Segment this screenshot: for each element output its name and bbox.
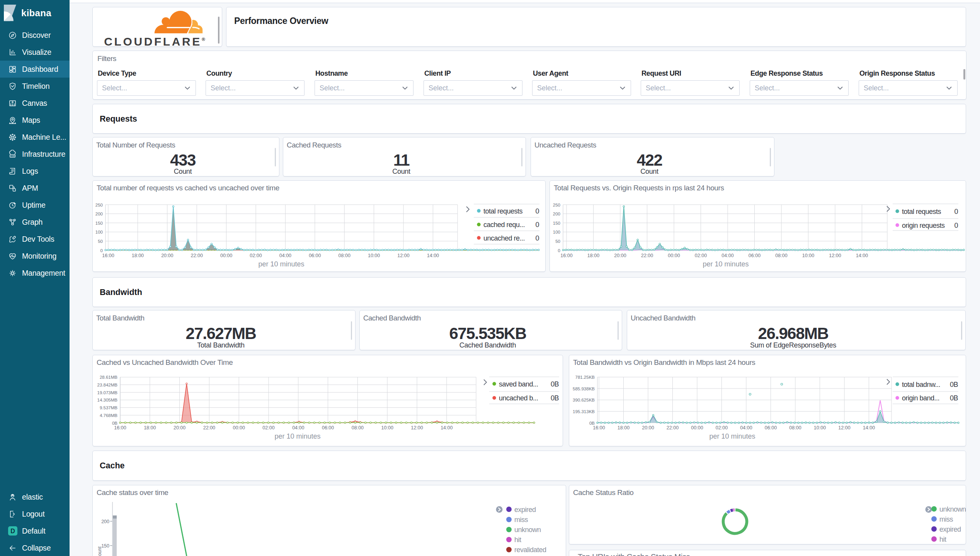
svg-text:unknown: unknown bbox=[939, 505, 966, 513]
svg-text:0: 0 bbox=[558, 248, 560, 253]
svg-text:06:00: 06:00 bbox=[309, 253, 321, 258]
svg-text:expired: expired bbox=[939, 525, 961, 533]
svg-text:20:00: 20:00 bbox=[642, 425, 654, 431]
svg-text:9.537MB: 9.537MB bbox=[100, 405, 117, 410]
svg-text:20:00: 20:00 bbox=[161, 253, 173, 258]
svg-text:150: 150 bbox=[101, 543, 109, 549]
svg-text:0B: 0B bbox=[950, 381, 958, 388]
svg-text:saved band...: saved band... bbox=[499, 380, 538, 388]
svg-text:200: 200 bbox=[95, 212, 103, 216]
svg-text:22:00: 22:00 bbox=[191, 253, 203, 258]
svg-text:18:00: 18:00 bbox=[144, 425, 156, 431]
svg-text:per 10 minutes: per 10 minutes bbox=[709, 432, 755, 440]
svg-text:0B: 0B bbox=[950, 394, 958, 402]
svg-text:total requests: total requests bbox=[483, 207, 523, 215]
svg-text:0: 0 bbox=[535, 234, 539, 242]
svg-text:per 10 minutes: per 10 minutes bbox=[274, 432, 320, 440]
svg-text:10:00: 10:00 bbox=[814, 425, 826, 431]
svg-text:12:00: 12:00 bbox=[829, 253, 841, 258]
svg-text:Count: Count bbox=[97, 546, 102, 556]
svg-text:12:00: 12:00 bbox=[397, 253, 409, 258]
svg-text:20:00: 20:00 bbox=[174, 425, 185, 431]
svg-text:12:00: 12:00 bbox=[411, 425, 423, 431]
svg-text:390.625KB: 390.625KB bbox=[573, 398, 595, 402]
svg-text:origin requests: origin requests bbox=[902, 222, 945, 229]
svg-text:per 10 minutes: per 10 minutes bbox=[703, 260, 749, 268]
svg-text:miss: miss bbox=[514, 516, 528, 524]
svg-text:08:00: 08:00 bbox=[775, 253, 787, 258]
svg-text:uncached re...: uncached re... bbox=[483, 234, 525, 242]
svg-text:12:00: 12:00 bbox=[838, 425, 850, 431]
svg-text:14.305MB: 14.305MB bbox=[97, 398, 118, 402]
svg-text:22:00: 22:00 bbox=[667, 425, 679, 431]
svg-text:origin band...: origin band... bbox=[902, 394, 939, 402]
svg-text:250: 250 bbox=[95, 203, 103, 207]
svg-text:02:00: 02:00 bbox=[716, 425, 728, 431]
svg-text:total requests: total requests bbox=[902, 208, 941, 215]
svg-text:0: 0 bbox=[954, 208, 958, 215]
svg-text:22:00: 22:00 bbox=[641, 253, 653, 258]
svg-text:cached requ...: cached requ... bbox=[483, 221, 525, 229]
svg-text:miss: miss bbox=[939, 515, 953, 523]
svg-text:0B: 0B bbox=[551, 394, 559, 402]
svg-text:hit: hit bbox=[939, 536, 946, 543]
svg-text:150: 150 bbox=[95, 221, 103, 225]
svg-text:04:00: 04:00 bbox=[740, 425, 752, 431]
svg-text:per 10 minutes: per 10 minutes bbox=[258, 260, 304, 268]
svg-text:16:00: 16:00 bbox=[114, 425, 126, 431]
svg-text:250: 250 bbox=[553, 203, 560, 207]
svg-text:hit: hit bbox=[514, 536, 521, 544]
svg-text:00:00: 00:00 bbox=[220, 253, 232, 258]
svg-text:14:00: 14:00 bbox=[856, 253, 868, 258]
svg-text:10:00: 10:00 bbox=[368, 253, 380, 258]
svg-text:16:00: 16:00 bbox=[593, 425, 605, 431]
svg-text:14:00: 14:00 bbox=[427, 253, 439, 258]
svg-text:14:00: 14:00 bbox=[863, 425, 875, 431]
svg-text:16:00: 16:00 bbox=[560, 253, 572, 258]
svg-text:200: 200 bbox=[101, 519, 109, 524]
svg-text:0: 0 bbox=[100, 248, 103, 253]
svg-text:0: 0 bbox=[954, 222, 958, 229]
svg-text:02:00: 02:00 bbox=[262, 425, 274, 431]
svg-text:28.61MB: 28.61MB bbox=[100, 375, 117, 380]
svg-text:18:00: 18:00 bbox=[587, 253, 599, 258]
svg-text:14:00: 14:00 bbox=[441, 425, 453, 431]
svg-text:0: 0 bbox=[535, 207, 539, 215]
svg-text:100: 100 bbox=[95, 230, 103, 234]
svg-text:04:00: 04:00 bbox=[279, 253, 291, 258]
svg-text:195.313KB: 195.313KB bbox=[573, 409, 595, 414]
svg-text:08:00: 08:00 bbox=[339, 253, 350, 258]
svg-text:16:00: 16:00 bbox=[102, 253, 114, 258]
svg-text:23.842MB: 23.842MB bbox=[97, 383, 118, 387]
svg-text:uncached b...: uncached b... bbox=[499, 394, 538, 402]
svg-text:19.073MB: 19.073MB bbox=[97, 390, 118, 395]
svg-text:0B: 0B bbox=[551, 380, 559, 388]
svg-text:00:00: 00:00 bbox=[668, 253, 680, 258]
svg-text:06:00: 06:00 bbox=[765, 425, 777, 431]
svg-text:18:00: 18:00 bbox=[618, 425, 630, 431]
svg-text:00:00: 00:00 bbox=[233, 425, 245, 431]
svg-text:10:00: 10:00 bbox=[802, 253, 814, 258]
svg-text:0B: 0B bbox=[589, 421, 595, 425]
svg-text:18:00: 18:00 bbox=[132, 253, 144, 258]
svg-text:02:00: 02:00 bbox=[695, 253, 707, 258]
svg-text:04:00: 04:00 bbox=[721, 253, 733, 258]
svg-text:100: 100 bbox=[553, 230, 560, 234]
svg-text:D: D bbox=[10, 528, 15, 534]
svg-text:50: 50 bbox=[98, 239, 103, 244]
svg-text:50: 50 bbox=[555, 239, 560, 244]
svg-text:08:00: 08:00 bbox=[352, 425, 364, 431]
svg-text:20:00: 20:00 bbox=[614, 253, 626, 258]
svg-text:781.25KB: 781.25KB bbox=[575, 375, 595, 380]
svg-text:585.938KB: 585.938KB bbox=[573, 386, 595, 391]
svg-text:4.768MB: 4.768MB bbox=[100, 413, 117, 418]
svg-text:00:00: 00:00 bbox=[691, 425, 703, 431]
svg-text:06:00: 06:00 bbox=[749, 253, 761, 258]
svg-text:22:00: 22:00 bbox=[203, 425, 215, 431]
svg-text:unknown: unknown bbox=[514, 526, 541, 534]
svg-text:04:00: 04:00 bbox=[292, 425, 304, 431]
svg-text:08:00: 08:00 bbox=[789, 425, 801, 431]
svg-text:02:00: 02:00 bbox=[250, 253, 262, 258]
svg-text:10:00: 10:00 bbox=[381, 425, 393, 431]
svg-text:150: 150 bbox=[553, 221, 560, 225]
